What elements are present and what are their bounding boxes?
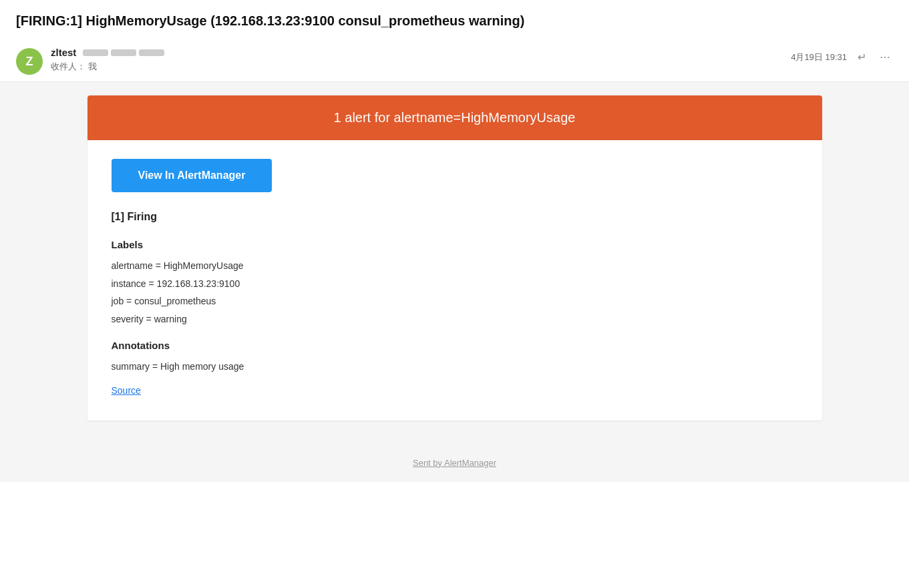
email-date: 4月19日 19:31 [791, 51, 847, 63]
view-button-wrapper: View In AlertManager [112, 159, 798, 211]
reply-icon[interactable]: ↵ [855, 48, 869, 66]
more-options-icon[interactable]: ⋯ [877, 48, 893, 66]
summary-line: summary = High memory usage [112, 358, 798, 376]
annotations-heading: Annotations [112, 340, 798, 351]
email-subject: [FIRING:1] HighMemoryUsage (192.168.13.2… [16, 12, 893, 29]
firing-heading: [1] Firing [112, 211, 798, 223]
email-meta-right: 4月19日 19:31 ↵ ⋯ [791, 47, 893, 66]
annotations-section: Annotations summary = High memory usage … [112, 340, 798, 396]
email-body-outer: 1 alert for alertname=HighMemoryUsage Vi… [0, 82, 909, 482]
source-link[interactable]: Source [112, 385, 141, 396]
email-body-wrapper: 1 alert for alertname=HighMemoryUsage Vi… [0, 82, 909, 440]
sender-row: Z zltest 收件人： 我 4月19日 19:31 ↵ ⋯ [0, 37, 909, 82]
recipient-row: 收件人： 我 [51, 61, 791, 73]
sender-name-row: zltest [51, 47, 791, 58]
labels-section: Labels alertname = HighMemoryUsage insta… [112, 239, 798, 328]
footer-text: Sent by AlertManager [413, 458, 496, 468]
label-rows: alertname = HighMemoryUsage instance = 1… [112, 257, 798, 328]
label-job: job = consul_prometheus [112, 292, 798, 310]
recipient-label: 收件人： [51, 61, 85, 71]
recipient-value: 我 [88, 61, 97, 71]
alert-body: View In AlertManager [1] Firing Labels a… [87, 140, 822, 420]
avatar: Z [16, 48, 43, 75]
label-instance: instance = 192.168.13.23:9100 [112, 275, 798, 293]
label-severity: severity = warning [112, 310, 798, 328]
view-in-alertmanager-button[interactable]: View In AlertManager [112, 159, 272, 192]
label-alertname: alertname = HighMemoryUsage [112, 257, 798, 275]
redacted-block-1 [83, 49, 108, 56]
redacted-block-2 [111, 49, 136, 56]
alert-banner: 1 alert for alertname=HighMemoryUsage [87, 95, 822, 140]
labels-heading: Labels [112, 239, 798, 250]
sender-info: zltest 收件人： 我 [51, 47, 791, 73]
sender-name: zltest [51, 47, 76, 58]
email-title-bar: [FIRING:1] HighMemoryUsage (192.168.13.2… [0, 0, 909, 37]
redacted-block-3 [139, 49, 164, 56]
sender-email-redacted [83, 49, 164, 56]
email-content-card: 1 alert for alertname=HighMemoryUsage Vi… [87, 95, 822, 420]
email-footer: Sent by AlertManager [0, 440, 909, 482]
